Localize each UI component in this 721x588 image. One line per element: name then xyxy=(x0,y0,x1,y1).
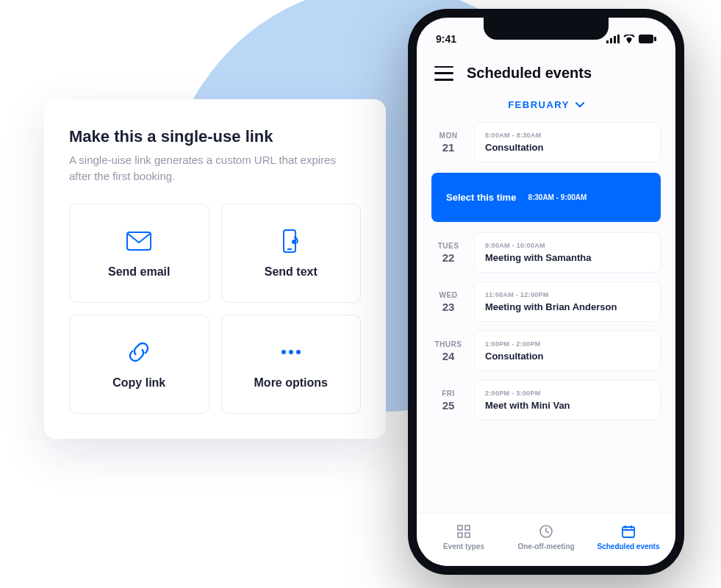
phone-screen: 9:41 Scheduled events FEBRUARY MON 21 xyxy=(417,18,675,566)
date-column: TUES 22 xyxy=(431,232,465,273)
event-row: WED 23 11:00AM - 12:00PM Meeting with Br… xyxy=(431,282,661,322)
event-card[interactable]: 11:00AM - 12:00PM Meeting with Brian And… xyxy=(474,282,661,322)
more-options-button[interactable]: More options xyxy=(221,315,362,414)
svg-rect-12 xyxy=(654,37,656,41)
chevron-down-icon xyxy=(575,102,584,108)
svg-point-6 xyxy=(296,350,301,354)
select-time-button[interactable]: Select this time 8:30AM - 9:00AM xyxy=(431,173,661,222)
envelope-icon xyxy=(125,227,153,255)
tab-bar: Event types One-off-meeting Scheduled xyxy=(417,513,675,566)
svg-point-5 xyxy=(289,350,293,354)
svg-rect-0 xyxy=(127,232,151,250)
date-daynum: 23 xyxy=(431,301,465,313)
svg-rect-10 xyxy=(617,35,620,43)
status-indicators xyxy=(606,35,656,43)
phone-header: Scheduled events xyxy=(417,50,675,90)
date-weekday: TUES xyxy=(431,242,465,250)
svg-rect-15 xyxy=(458,533,462,537)
date-column: MON 21 xyxy=(431,122,465,162)
event-time: 8:00AM - 8:30AM xyxy=(485,132,650,139)
event-row: MON 21 8:00AM - 8:30AM Consultation xyxy=(431,122,661,162)
date-weekday: MON xyxy=(431,132,465,140)
tab-one-off-meeting[interactable]: One-off-meeting xyxy=(505,523,587,551)
event-time: 2:00PM - 3:00PM xyxy=(485,390,650,397)
send-email-button[interactable]: Send email xyxy=(69,204,209,303)
battery-icon xyxy=(639,35,656,43)
send-text-label: Send text xyxy=(265,265,318,279)
date-daynum: 22 xyxy=(431,251,465,264)
svg-rect-8 xyxy=(610,38,612,43)
signal-icon xyxy=(606,35,620,43)
svg-rect-11 xyxy=(639,35,653,43)
phone-notch xyxy=(484,18,609,40)
wifi-icon xyxy=(623,35,635,43)
date-daynum: 25 xyxy=(431,399,465,412)
card-title: Make this a single-use link xyxy=(69,127,361,146)
svg-rect-18 xyxy=(623,527,634,537)
phone-mockup: 9:41 Scheduled events FEBRUARY MON 21 xyxy=(408,9,684,575)
tab-event-types-label: Event types xyxy=(443,542,484,551)
event-name: Meeting with Samantha xyxy=(485,252,650,263)
svg-rect-7 xyxy=(606,40,609,43)
month-label: FEBRUARY xyxy=(508,99,570,110)
more-options-label: More options xyxy=(254,376,328,390)
event-time: 9:00AM - 10:00AM xyxy=(485,242,650,249)
svg-rect-9 xyxy=(614,36,616,43)
tab-scheduled-events[interactable]: Scheduled events xyxy=(587,523,670,551)
action-grid: Send email Send text Copy link xyxy=(69,204,361,414)
event-name: Consultation xyxy=(485,142,650,153)
date-column: THURS 24 xyxy=(431,331,465,371)
event-name: Meet with Mini Van xyxy=(485,400,650,411)
event-row: FRI 25 2:00PM - 3:00PM Meet with Mini Va… xyxy=(431,380,661,420)
month-selector[interactable]: FEBRUARY xyxy=(417,90,675,122)
card-description: A single-uise link generates a custom UR… xyxy=(69,152,361,184)
date-column: FRI 25 xyxy=(431,380,465,420)
date-daynum: 21 xyxy=(431,141,465,154)
event-time: 1:00PM - 2:00PM xyxy=(485,340,650,348)
svg-point-4 xyxy=(281,350,286,354)
tab-scheduled-label: Scheduled events xyxy=(597,542,659,551)
tab-event-types[interactable]: Event types xyxy=(423,523,505,551)
event-card[interactable]: 2:00PM - 3:00PM Meet with Mini Van xyxy=(474,380,661,420)
status-time: 9:41 xyxy=(436,33,456,45)
calendar-icon xyxy=(620,523,636,539)
select-time-range: 8:30AM - 9:00AM xyxy=(528,193,587,201)
copy-link-label: Copy link xyxy=(112,376,165,390)
menu-icon[interactable] xyxy=(434,66,453,81)
more-dots-icon xyxy=(277,338,305,366)
svg-rect-16 xyxy=(465,533,470,537)
event-card[interactable]: 8:00AM - 8:30AM Consultation xyxy=(474,122,661,162)
page-title: Scheduled events xyxy=(467,65,592,82)
event-row: TUES 22 9:00AM - 10:00AM Meeting with Sa… xyxy=(431,232,661,273)
date-column: WED 23 xyxy=(431,282,465,322)
copy-link-button[interactable]: Copy link xyxy=(69,315,209,414)
event-card[interactable]: 9:00AM - 10:00AM Meeting with Samantha xyxy=(474,232,661,273)
event-name: Consultation xyxy=(485,351,650,362)
svg-rect-14 xyxy=(465,526,470,530)
date-weekday: FRI xyxy=(431,390,465,398)
date-daynum: 24 xyxy=(431,350,465,362)
svg-point-3 xyxy=(293,240,295,243)
single-use-link-card: Make this a single-use link A single-uis… xyxy=(44,99,386,439)
tab-one-off-label: One-off-meeting xyxy=(517,542,574,551)
phone-tap-icon xyxy=(277,227,305,255)
event-name: Meeting with Brian Anderson xyxy=(485,301,650,312)
date-weekday: THURS xyxy=(431,340,465,348)
date-weekday: WED xyxy=(431,291,465,299)
clock-icon xyxy=(538,523,554,539)
grid-icon xyxy=(456,523,472,539)
link-icon xyxy=(125,338,153,366)
send-text-button[interactable]: Send text xyxy=(221,204,362,303)
event-row: THURS 24 1:00PM - 2:00PM Consultation xyxy=(431,331,661,371)
select-time-label: Select this time xyxy=(446,192,516,203)
event-card[interactable]: 1:00PM - 2:00PM Consultation xyxy=(474,331,661,371)
events-list: MON 21 8:00AM - 8:30AM Consultation Sele… xyxy=(417,122,675,420)
svg-rect-13 xyxy=(458,526,462,530)
event-time: 11:00AM - 12:00PM xyxy=(485,291,650,298)
send-email-label: Send email xyxy=(108,265,170,279)
